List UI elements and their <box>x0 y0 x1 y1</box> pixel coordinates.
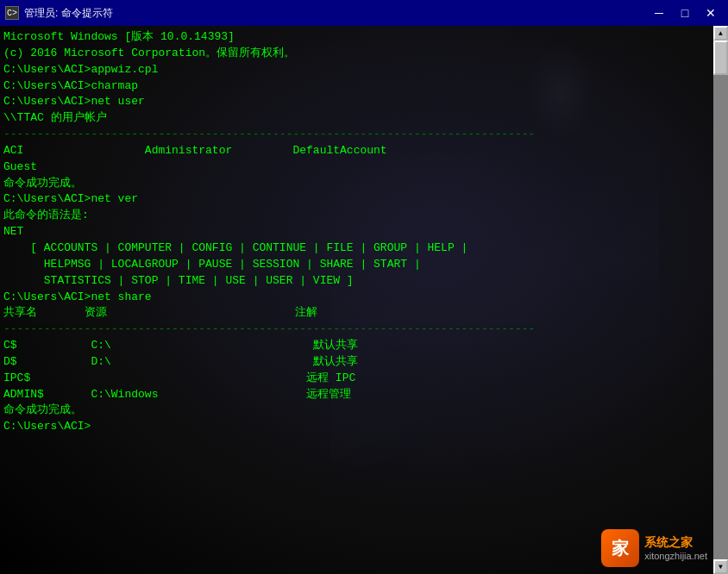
scrollbar[interactable]: ▲ ▼ <box>713 26 728 574</box>
terminal-line: Microsoft Windows [版本 10.0.14393] <box>3 29 710 46</box>
watermark-logo: 家 <box>601 529 639 567</box>
terminal-line: C:\Users\ACI>appwiz.cpl <box>3 62 710 78</box>
terminal-line: C$ C:\ 默认共享 <box>3 338 710 354</box>
close-button[interactable]: ✕ <box>699 3 723 22</box>
terminal-line: C:\Users\ACI>net user <box>3 94 710 110</box>
scroll-up-arrow[interactable]: ▲ <box>713 26 728 41</box>
terminal-line: STATISTICS | STOP | TIME | USE | USER | … <box>3 273 710 290</box>
terminal-line: Guest <box>3 159 710 176</box>
titlebar-left: C> 管理员: 命令提示符 <box>5 6 113 21</box>
terminal-line: [ ACCOUNTS | COMPUTER | CONFIG | CONTINU… <box>3 240 710 257</box>
window-controls: ─ □ ✕ <box>647 3 723 22</box>
scrollbar-track[interactable] <box>713 41 728 559</box>
window-title: 管理员: 命令提示符 <box>24 6 113 21</box>
terminal-line: IPC$ 远程 IPC <box>3 371 710 387</box>
terminal-line: ADMIN$ C:\Windows 远程管理 <box>3 387 710 403</box>
watermark-text: 系统之家 xitongzhijia.net <box>644 535 707 561</box>
terminal-line: C:\Users\ACI>charmap <box>3 78 710 95</box>
terminal-line: C:\Users\ACI>net ver <box>3 191 710 208</box>
terminal-line: 命令成功完成。 <box>3 402 710 419</box>
terminal-line: 共享名 资源 注解 <box>3 305 710 321</box>
app-icon-label: C> <box>7 9 17 18</box>
terminal-content[interactable]: Microsoft Windows [版本 10.0.14393](c) 201… <box>0 26 713 574</box>
terminal-line: 此命令的语法是: <box>3 208 710 224</box>
scrollbar-thumb[interactable] <box>713 41 728 75</box>
watermark-url: xitongzhijia.net <box>644 551 707 561</box>
terminal-line: ----------------------------------------… <box>3 321 710 338</box>
watermark-title: 系统之家 <box>644 535 707 551</box>
terminal-line: C:\Users\ACI> <box>3 419 710 435</box>
terminal-line: (c) 2016 Microsoft Corporation。保留所有权利。 <box>3 46 710 62</box>
scroll-down-arrow[interactable]: ▼ <box>713 559 728 574</box>
terminal-line: 命令成功完成。 <box>3 176 710 192</box>
app-icon: C> <box>5 6 19 20</box>
terminal-line: D$ D:\ 默认共享 <box>3 354 710 371</box>
terminal-line: ----------------------------------------… <box>3 127 710 143</box>
watermark-logo-symbol: 家 <box>612 537 629 560</box>
titlebar: C> 管理员: 命令提示符 ─ □ ✕ <box>0 0 728 26</box>
maximize-button[interactable]: □ <box>673 3 697 22</box>
terminal-line: HELPMSG | LOCALGROUP | PAUSE | SESSION |… <box>3 257 710 273</box>
terminal-line: NET <box>3 224 710 240</box>
terminal-line: ACI Administrator DefaultAccount <box>3 143 710 159</box>
terminal-line: C:\Users\ACI>net share <box>3 290 710 306</box>
terminal-line: \\TTAC 的用户帐户 <box>3 110 710 127</box>
minimize-button[interactable]: ─ <box>647 3 671 22</box>
watermark: 家 系统之家 xitongzhijia.net <box>601 529 707 567</box>
terminal-window: ▲ ▼ Microsoft Windows [版本 10.0.14393](c)… <box>0 26 728 574</box>
